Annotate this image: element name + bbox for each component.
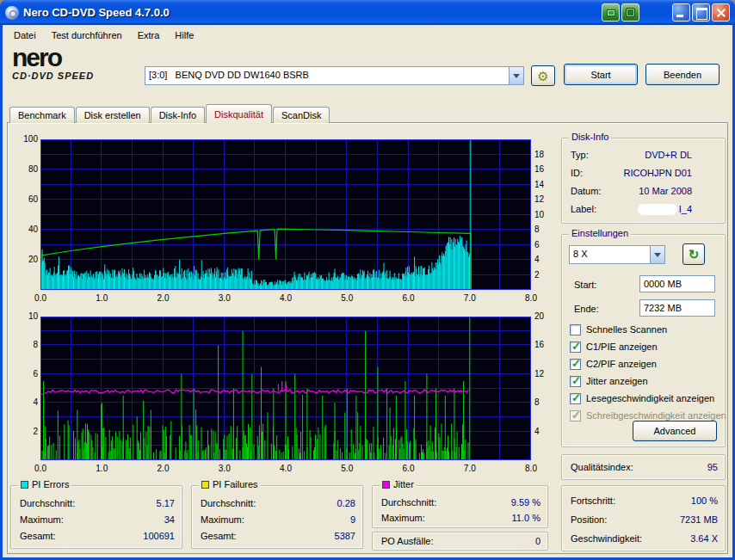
maximize-button[interactable] xyxy=(692,3,710,22)
checkbox-box xyxy=(570,342,581,353)
axis-tick-label: 2 xyxy=(534,270,555,280)
checkbox-lesegeschwindigkeit-anzeigen[interactable]: Lesegeschwindigkeit anzeigen xyxy=(570,391,714,405)
advanced-button[interactable]: Advanced xyxy=(633,421,717,441)
axis-tick-label: 10 xyxy=(5,311,38,321)
stat-value: 11.0 % xyxy=(512,513,540,523)
nero-logo: nero CD·DVD SPEED xyxy=(12,46,94,81)
stat-value: 100691 xyxy=(143,531,175,541)
nero-logo-subtitle: CD·DVD SPEED xyxy=(12,71,94,81)
menu-extra[interactable]: Extra xyxy=(130,28,168,43)
progress-value: 7231 MB xyxy=(680,514,718,525)
stat-label: Gesamt: xyxy=(201,531,237,541)
menu-datei[interactable]: Datei xyxy=(6,28,44,43)
axis-tick-label: 4 xyxy=(534,427,555,436)
axis-tick-label: 8 xyxy=(534,397,555,407)
axis-tick-label: 7.0 xyxy=(457,464,483,473)
checkbox-c1-pie-anzeigen[interactable]: C1/PIE anzeigen xyxy=(570,340,658,354)
stat-label: PO Ausfälle: xyxy=(381,536,434,546)
stat-label: Gesamt: xyxy=(20,531,56,541)
gear-icon: ⚙ xyxy=(537,70,548,83)
pi-failures-jitter-chart xyxy=(40,317,531,460)
pi-errors-panel-legend: PI Errors xyxy=(18,479,71,489)
stat-row: PO Ausfälle:0 xyxy=(381,535,540,547)
drive-select[interactable]: [3:0] BENQ DVD DD DW1640 BSRB xyxy=(145,66,524,85)
axis-tick-label: 4 xyxy=(5,397,38,407)
close-button[interactable] xyxy=(712,3,730,22)
progress-row: Fortschritt:100 % xyxy=(571,495,718,507)
progress-value: 100 % xyxy=(691,495,718,506)
axis-tick-label: 4 xyxy=(534,255,555,264)
axis-tick-label: 12 xyxy=(534,194,555,204)
pi-failures-panel-legend: PI Failures xyxy=(199,479,261,489)
axis-tick-label: 1.0 xyxy=(89,464,114,473)
axis-tick-label: 2.0 xyxy=(151,293,176,303)
stat-value: 5387 xyxy=(335,531,355,541)
checkbox-box xyxy=(570,376,581,387)
disk-info-title: Disk-Info xyxy=(569,132,611,142)
tab-disk-info[interactable]: Disk-Info xyxy=(151,107,205,123)
start-position-input[interactable]: 0000 MB xyxy=(639,275,715,292)
checkbox-c2-pif-anzeigen[interactable]: C2/PIF anzeigen xyxy=(570,357,657,371)
checkbox-jitter-anzeigen[interactable]: Jitter anzeigen xyxy=(570,374,648,388)
stat-label: Durchschnitt: xyxy=(201,498,256,508)
tab-benchmark[interactable]: Benchmark xyxy=(9,107,75,123)
tab-disk-erstellen[interactable]: Disk erstellen xyxy=(76,107,150,123)
pi-errors-panel: PI Errors Durchschnitt:5.17 Maximum:34 G… xyxy=(10,485,182,549)
axis-tick-label: 80 xyxy=(5,164,38,174)
disk-info-label: Typ: xyxy=(571,150,589,160)
axis-tick-label: 20 xyxy=(534,311,555,321)
pi-failures-swatch xyxy=(201,481,209,489)
stat-value: 9.59 % xyxy=(511,497,540,508)
end-position-input[interactable]: 7232 MB xyxy=(639,299,715,317)
tab-diskqualitaet[interactable]: Diskqualität xyxy=(206,104,272,123)
jitter-panel: Jitter Durchschnitt:9.59 % Maximum:11.0 … xyxy=(372,485,548,528)
menu-test-durchfuehren[interactable]: Test durchführen xyxy=(44,28,130,43)
titlebar-addon-button-2[interactable] xyxy=(621,3,639,22)
checkbox-box xyxy=(570,359,581,370)
quit-button[interactable]: Beenden xyxy=(645,64,720,85)
tab-scandisk[interactable]: ScanDisk xyxy=(273,107,330,123)
disk-info-value: I_4 xyxy=(638,204,718,215)
disk-info-group: Disk-Info Typ:DVD+R DL ID:RICOHJPN D01 D… xyxy=(561,138,726,224)
titlebar-buttons xyxy=(600,3,730,22)
checkbox-label: C2/PIF anzeigen xyxy=(586,359,657,369)
settings-title: Einstellungen xyxy=(569,228,631,238)
menu-hilfe[interactable]: Hilfe xyxy=(167,28,201,43)
stat-row: Durchschnitt:9.59 % xyxy=(381,496,540,508)
options-tool-button[interactable]: ⚙ xyxy=(531,65,555,86)
drive-select-value: [3:0] BENQ DVD DD DW1640 BSRB xyxy=(145,67,509,84)
jitter-panel-title: Jitter xyxy=(393,479,414,489)
axis-tick-label: 4.0 xyxy=(273,293,299,303)
scan-speed-select[interactable]: 8 X xyxy=(569,245,665,264)
drive-select-arrow-button[interactable] xyxy=(509,67,523,84)
checkbox-schnelles-scannen[interactable]: Schnelles Scannen xyxy=(570,323,667,336)
disk-info-row: Typ:DVD+R DL xyxy=(571,149,718,161)
tab-bar: Benchmark Disk erstellen Disk-Info Diskq… xyxy=(9,103,330,123)
quality-index-row: Qualitätsindex:95 xyxy=(571,461,718,473)
titlebar-spacer xyxy=(639,12,670,13)
checkbox-label: Schnelles Scannen xyxy=(586,324,667,335)
start-button[interactable]: Start xyxy=(564,64,638,85)
refresh-button[interactable]: ↻ xyxy=(682,243,705,265)
stat-value: 5.17 xyxy=(157,498,175,508)
minimize-button[interactable] xyxy=(672,3,690,22)
titlebar-addon-button-1[interactable] xyxy=(602,3,620,22)
axis-tick-label: 40 xyxy=(5,225,38,234)
checkbox-label: C1/PIE anzeigen xyxy=(586,342,658,352)
label-redaction xyxy=(638,204,677,215)
axis-tick-label: 100 xyxy=(5,134,38,144)
jitter-swatch xyxy=(382,481,390,489)
quality-index-value: 95 xyxy=(707,462,718,472)
stat-row: Gesamt:100691 xyxy=(20,530,175,542)
axis-tick-label: 16 xyxy=(534,340,555,349)
progress-box: Fortschritt:100 % Position:7231 MB Gesch… xyxy=(561,485,726,551)
stat-row: Maximum:34 xyxy=(20,514,175,526)
titlebar[interactable]: Nero CD-DVD Speed 4.7.0.0 xyxy=(0,0,735,25)
app-icon xyxy=(5,6,19,20)
stat-row: Gesamt:5387 xyxy=(201,530,355,542)
stat-value: 34 xyxy=(164,514,175,525)
scan-speed-arrow-button[interactable] xyxy=(650,246,664,263)
axis-tick-label: 12 xyxy=(534,369,555,378)
pi-errors-chart xyxy=(40,139,531,290)
pi-errors-swatch xyxy=(21,481,28,489)
